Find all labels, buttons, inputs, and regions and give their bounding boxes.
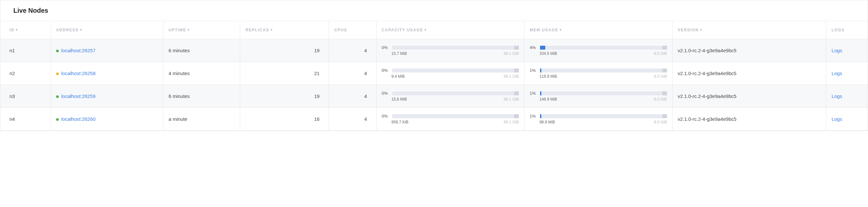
cell-replicas: 19	[240, 39, 329, 62]
mem-total: 8.0 GiB	[654, 74, 667, 79]
mem-bar-end	[662, 68, 667, 72]
mem-bar-end	[662, 46, 667, 50]
sort-arrow-icon: ▼	[424, 28, 428, 32]
node-id: n2	[9, 70, 15, 76]
logs-link[interactable]: Logs	[832, 93, 842, 99]
capacity-pct: 0%	[382, 91, 390, 96]
mem-usage-bar-row: 1%	[530, 91, 667, 96]
node-id: n4	[9, 116, 15, 122]
cell-mem: 1%98.9 MiB8.0 GiB	[524, 108, 673, 130]
col-header-id[interactable]: ID▼	[0, 21, 51, 39]
cell-id: n3	[0, 85, 51, 108]
capacity-bar-end	[514, 114, 519, 118]
mem-bar	[540, 68, 667, 72]
address-link[interactable]: localhost:26259	[61, 93, 96, 99]
mem-usage-labels: 334.5 MiB8.0 GiB	[530, 51, 667, 56]
status-dot-icon	[56, 50, 59, 52]
cell-logs: Logs	[826, 108, 868, 130]
mem-bar-fill	[540, 114, 541, 118]
mem-bar-fill	[540, 91, 541, 95]
table-row: n3localhost:262596 minutes1940%15.6 MiB9…	[0, 85, 868, 108]
mem-usage: 1%118.9 MiB8.0 GiB	[530, 68, 667, 79]
live-nodes-panel: Live Nodes ID▼ ADDRESS▼ UPTIME▼ REPLICAS…	[0, 0, 868, 131]
capacity-bar	[392, 91, 519, 95]
mem-bar-fill	[540, 68, 541, 72]
capacity-total: 98.1 GiB	[503, 51, 519, 56]
col-header-uptime-label: UPTIME	[168, 28, 186, 32]
capacity-usage-labels: 958.7 KiB98.1 GiB	[382, 120, 519, 124]
col-header-uptime[interactable]: UPTIME▼	[163, 21, 240, 39]
capacity-usage-labels: 15.6 MiB98.1 GiB	[382, 97, 519, 101]
mem-bar-fill	[540, 46, 545, 50]
address-link[interactable]: localhost:26258	[61, 70, 96, 76]
capacity-used: 9.4 MiB	[392, 74, 405, 79]
col-header-version-label: VERSION	[678, 28, 699, 32]
cell-id: n4	[0, 108, 51, 130]
capacity-usage-labels: 9.4 MiB98.1 GiB	[382, 74, 519, 79]
mem-usage: 4%334.5 MiB8.0 GiB	[530, 45, 667, 56]
col-header-mem[interactable]: MEM USAGE▼	[524, 21, 673, 39]
cell-cpus: 4	[329, 39, 376, 62]
sort-arrow-icon: ▼	[187, 28, 191, 32]
status-dot-icon	[56, 95, 59, 98]
cell-cpus: 4	[329, 62, 376, 85]
col-header-replicas-label: REPLICAS	[245, 28, 269, 32]
cell-address: localhost:26258	[51, 62, 163, 85]
logs-link[interactable]: Logs	[832, 48, 842, 53]
capacity-usage: 0%958.7 KiB98.1 GiB	[382, 114, 519, 124]
cell-mem: 4%334.5 MiB8.0 GiB	[524, 39, 673, 62]
mem-usage-bar-row: 1%	[530, 114, 667, 119]
cell-uptime: 4 minutes	[163, 62, 240, 85]
col-header-mem-label: MEM USAGE	[530, 28, 558, 32]
mem-usage: 1%98.9 MiB8.0 GiB	[530, 114, 667, 124]
sort-arrow-icon: ▼	[270, 28, 274, 32]
cell-logs: Logs	[826, 85, 868, 108]
capacity-usage-bar-row: 0%	[382, 45, 519, 50]
cell-capacity: 0%15.7 MiB98.1 GiB	[376, 39, 524, 62]
capacity-pct: 0%	[382, 45, 390, 50]
cell-capacity: 0%15.6 MiB98.1 GiB	[376, 85, 524, 108]
col-header-address[interactable]: ADDRESS▼	[51, 21, 163, 39]
sort-arrow-icon: ▼	[559, 28, 563, 32]
address-link[interactable]: localhost:26260	[61, 116, 96, 122]
cell-uptime: a minute	[163, 108, 240, 130]
cell-logs: Logs	[826, 39, 868, 62]
table-header-row: ID▼ ADDRESS▼ UPTIME▼ REPLICAS▼ CPUS CAPA…	[0, 21, 868, 39]
node-id: n1	[9, 48, 15, 53]
mem-total: 8.0 GiB	[654, 97, 667, 101]
sort-arrow-icon: ▼	[699, 28, 703, 32]
cell-capacity: 0%958.7 KiB98.1 GiB	[376, 108, 524, 130]
address-link[interactable]: localhost:26257	[61, 48, 96, 53]
table-row: n4localhost:26260a minute1640%958.7 KiB9…	[0, 108, 868, 130]
capacity-used: 958.7 KiB	[392, 120, 408, 124]
col-header-version[interactable]: VERSION▼	[672, 21, 826, 39]
col-header-capacity[interactable]: CAPACITY USAGE▼	[376, 21, 524, 39]
col-header-cpus[interactable]: CPUS	[329, 21, 376, 39]
sort-arrow-icon: ▼	[15, 28, 19, 32]
mem-usage-labels: 118.9 MiB8.0 GiB	[530, 74, 667, 79]
mem-pct: 4%	[530, 45, 538, 50]
table-row: n1localhost:262576 minutes1940%15.7 MiB9…	[0, 39, 868, 62]
col-header-replicas[interactable]: REPLICAS▼	[240, 21, 329, 39]
logs-link[interactable]: Logs	[832, 70, 842, 76]
mem-usage: 1%146.9 MiB8.0 GiB	[530, 91, 667, 101]
capacity-usage-bar-row: 0%	[382, 68, 519, 73]
cell-id: n1	[0, 39, 51, 62]
capacity-usage: 0%15.6 MiB98.1 GiB	[382, 91, 519, 101]
capacity-bar	[392, 114, 519, 118]
cell-uptime: 6 minutes	[163, 85, 240, 108]
capacity-pct: 0%	[382, 68, 390, 73]
cell-cpus: 4	[329, 85, 376, 108]
capacity-pct: 0%	[382, 114, 390, 119]
logs-link[interactable]: Logs	[832, 116, 842, 122]
cell-version: v2.1.0-rc.2-4-g3e9a4e9bc5	[672, 39, 826, 62]
mem-bar-end	[662, 91, 667, 95]
capacity-usage-labels: 15.7 MiB98.1 GiB	[382, 51, 519, 56]
panel-title: Live Nodes	[0, 0, 868, 21]
capacity-usage-bar-row: 0%	[382, 114, 519, 119]
capacity-bar-end	[514, 91, 519, 95]
cell-version: v2.1.0-rc.2-4-g3e9a4e9bc5	[672, 62, 826, 85]
capacity-usage: 0%15.7 MiB98.1 GiB	[382, 45, 519, 56]
mem-bar-end	[662, 114, 667, 118]
capacity-total: 98.1 GiB	[503, 74, 519, 79]
